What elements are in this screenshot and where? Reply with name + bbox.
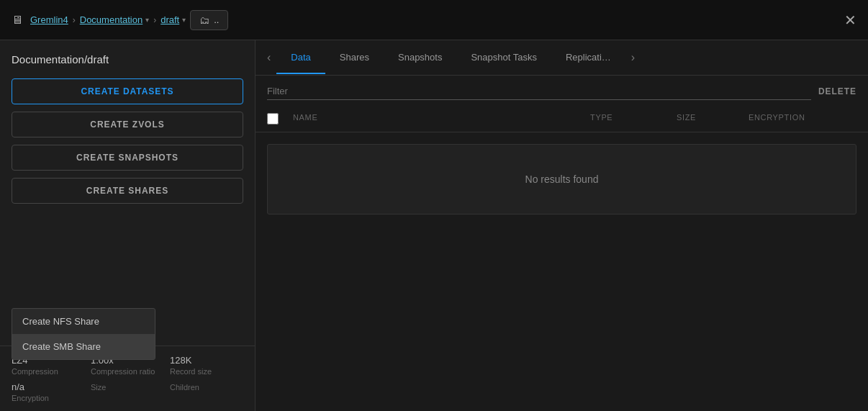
- dataset-dropdown[interactable]: draft ▾: [161, 14, 186, 25]
- create-snapshots-button[interactable]: CREATE SNAPSHOTS: [12, 145, 243, 171]
- separator1: ›: [73, 15, 76, 25]
- topbar: 🖥 Gremlin4 › Documentation ▾ › draft ▾ 🗂…: [0, 0, 868, 40]
- dataset-link[interactable]: draft: [161, 14, 179, 25]
- col-size: SIZE: [677, 113, 749, 126]
- tab-shares[interactable]: Shares: [325, 42, 384, 74]
- separator2: ›: [153, 15, 156, 25]
- col-name: NAME: [293, 113, 590, 126]
- col-encryption: ENCRYPTION: [749, 113, 856, 126]
- sidebar-title: Documentation/draft: [12, 53, 243, 66]
- server-link[interactable]: Gremlin4: [30, 14, 68, 25]
- tab-next-button[interactable]: ›: [625, 40, 641, 75]
- col-type: TYPE: [590, 113, 677, 126]
- content: ‹ Data Shares Snapshots Snapshot Tasks R…: [256, 40, 868, 411]
- children-label: Children: [170, 383, 199, 392]
- path-button[interactable]: 🗂 ..: [190, 10, 228, 30]
- record-size-info: 128K Record size: [170, 355, 243, 376]
- delete-button[interactable]: DELETE: [818, 86, 856, 96]
- filter-input[interactable]: [267, 83, 811, 100]
- encryption-info: n/a Encryption: [12, 381, 85, 402]
- pool-link[interactable]: Documentation: [80, 14, 143, 25]
- ratio-label: Compression ratio: [91, 367, 155, 376]
- create-smb-share-item[interactable]: Create SMB Share: [12, 334, 155, 359]
- size-label: Size: [91, 383, 106, 392]
- pool-dropdown[interactable]: Documentation ▾: [80, 14, 149, 25]
- main-layout: Documentation/draft CREATE DATASETS CREA…: [0, 40, 868, 411]
- folder-icon: 🗂: [199, 14, 209, 26]
- empty-state: No results found: [267, 144, 856, 214]
- size-info: Size: [91, 381, 164, 402]
- tab-snapshots[interactable]: Snapshots: [384, 42, 456, 74]
- tab-snapshot-tasks[interactable]: Snapshot Tasks: [456, 42, 551, 74]
- select-all-checkbox[interactable]: [267, 113, 279, 125]
- topbar-left: 🖥 Gremlin4 › Documentation ▾ › draft ▾ 🗂…: [12, 10, 844, 30]
- dataset-caret: ▾: [182, 16, 186, 24]
- create-datasets-button[interactable]: CREATE DATASETS: [12, 78, 243, 104]
- select-all-checkbox-container[interactable]: [267, 113, 293, 126]
- create-shares-button[interactable]: CREATE SHARES: [12, 178, 243, 204]
- compression-label: Compression: [12, 367, 58, 376]
- table-header: NAME TYPE SIZE ENCRYPTION: [256, 107, 868, 132]
- tab-data[interactable]: Data: [276, 42, 325, 74]
- sidebar: Documentation/draft CREATE DATASETS CREA…: [0, 40, 256, 411]
- shares-dropdown-menu: Create NFS Share Create SMB Share: [12, 308, 155, 360]
- record-size-label: Record size: [170, 367, 212, 376]
- create-nfs-share-item[interactable]: Create NFS Share: [12, 309, 155, 334]
- encryption-value: n/a: [12, 381, 85, 392]
- children-info: Children: [170, 381, 243, 402]
- toolbar: DELETE: [256, 76, 868, 107]
- tab-replication[interactable]: Replicati…: [551, 42, 625, 74]
- close-button[interactable]: ✕: [844, 12, 856, 29]
- pool-caret: ▾: [145, 16, 149, 24]
- tabs: ‹ Data Shares Snapshots Snapshot Tasks R…: [256, 40, 868, 76]
- tab-prev-button[interactable]: ‹: [261, 40, 276, 75]
- monitor-icon: 🖥: [12, 14, 23, 27]
- create-zvols-button[interactable]: CREATE ZVOLS: [12, 112, 243, 137]
- empty-message: No results found: [525, 173, 599, 185]
- path-label: ..: [214, 14, 219, 25]
- record-size-value: 128K: [170, 355, 243, 366]
- encryption-label: Encryption: [12, 394, 49, 402]
